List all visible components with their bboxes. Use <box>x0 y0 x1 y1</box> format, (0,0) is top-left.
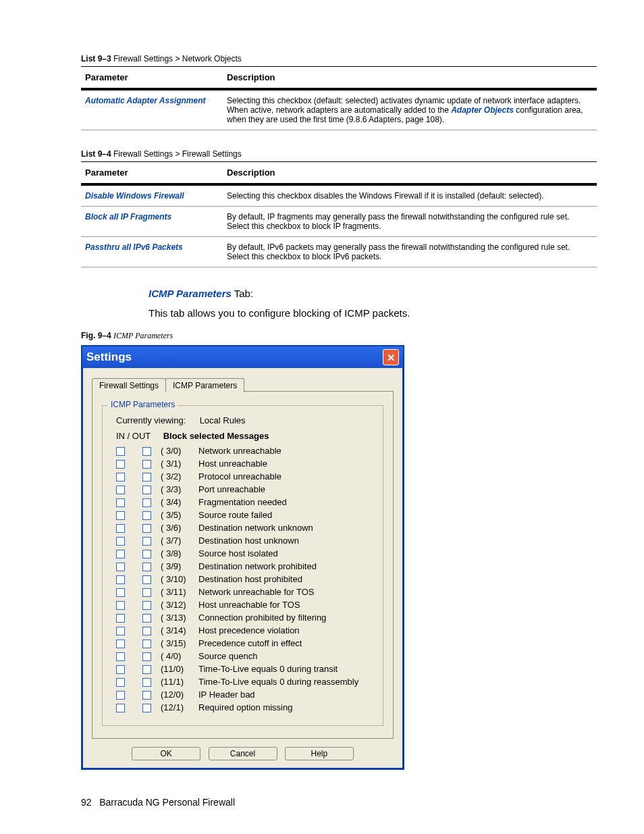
checkbox-out[interactable] <box>142 524 151 533</box>
icmp-group: ICMP Parameters Currently viewing: Local… <box>102 405 383 726</box>
fig-label: Fig. 9–4 <box>81 331 111 340</box>
msg-code: ( 3/14) <box>161 625 198 637</box>
checkbox-out[interactable] <box>142 640 151 648</box>
msg-label: Connection prohibited by filtering <box>198 612 326 624</box>
checkbox-out[interactable] <box>142 652 151 661</box>
msg-code: (12/1) <box>161 702 198 714</box>
msg-label: Source route failed <box>198 509 272 521</box>
checkbox-out[interactable] <box>142 575 151 584</box>
param-table-9-4: Parameter Description Disable Windows Fi… <box>81 161 597 267</box>
msg-label: Destination network unknown <box>198 522 313 534</box>
param-desc: By default, IPv6 packets may generally p… <box>223 237 597 267</box>
footer-title: Barracuda NG Personal Firewall <box>99 797 235 808</box>
group-title: ICMP Parameters <box>108 400 178 409</box>
icmp-message-row: ( 3/6)Destination network unknown <box>116 522 375 534</box>
msg-code: ( 3/3) <box>161 484 198 496</box>
fig-caption: Fig. 9–4 ICMP Parameters <box>81 331 597 341</box>
param-desc: Selecting this checkbox (default: select… <box>223 89 597 130</box>
checkbox-in[interactable] <box>116 652 125 661</box>
msg-label: Precedence cutoff in effect <box>198 637 302 650</box>
checkbox-out[interactable] <box>142 691 151 700</box>
checkbox-in[interactable] <box>116 704 125 712</box>
checkbox-in[interactable] <box>116 537 125 546</box>
cv-label: Currently viewing: <box>116 415 197 425</box>
adapter-objects-link[interactable]: Adapter Objects <box>451 105 514 115</box>
page-footer: 92 Barracuda NG Personal Firewall <box>81 797 597 808</box>
checkbox-out[interactable] <box>142 550 151 558</box>
checkbox-out[interactable] <box>142 601 151 610</box>
icmp-message-row: (11/1)Time-To-Live equals 0 during reass… <box>116 676 375 688</box>
table-row: Passthru all IPv6 PacketsBy default, IPv… <box>81 237 597 267</box>
checkbox-out[interactable] <box>142 614 151 623</box>
checkbox-in[interactable] <box>116 588 125 597</box>
msg-label: IP Header bad <box>198 689 255 701</box>
icmp-message-row: (12/1)Required option missing <box>116 702 375 714</box>
msg-label: Host unreachable for TOS <box>198 599 300 611</box>
list-caption-rest: Firewall Settings > Network Objects <box>111 54 242 63</box>
checkbox-in[interactable] <box>116 614 125 623</box>
cancel-button[interactable]: Cancel <box>209 747 277 760</box>
dialog-titlebar[interactable]: Settings ✕ <box>82 346 403 368</box>
list-caption: List 9–4 Firewall Settings > Firewall Se… <box>81 149 597 159</box>
param-name: Disable Windows Firewall <box>85 191 184 201</box>
msg-code: (12/0) <box>161 689 198 701</box>
checkbox-in[interactable] <box>116 665 125 674</box>
checkbox-in[interactable] <box>116 486 125 494</box>
msg-code: ( 3/4) <box>161 496 198 509</box>
checkbox-in[interactable] <box>116 550 125 558</box>
msg-code: ( 3/0) <box>161 445 198 457</box>
checkbox-out[interactable] <box>142 563 151 571</box>
checkbox-out[interactable] <box>142 460 151 469</box>
msg-code: ( 3/5) <box>161 509 198 521</box>
section-body: This tab allows you to configure blockin… <box>149 307 597 319</box>
checkbox-in[interactable] <box>116 447 125 456</box>
param-table-9-3: Parameter Description Automatic Adapter … <box>81 66 597 130</box>
msg-code: ( 3/11) <box>161 586 198 598</box>
msg-code: ( 3/8) <box>161 548 198 560</box>
tab-panel: ICMP Parameters Currently viewing: Local… <box>92 391 394 739</box>
checkbox-in[interactable] <box>116 678 125 687</box>
checkbox-in[interactable] <box>116 511 125 520</box>
msg-label: Destination network prohibited <box>198 561 317 573</box>
list-caption-rest: Firewall Settings > Firewall Settings <box>111 149 242 159</box>
tab-icmp-parameters[interactable]: ICMP Parameters <box>165 378 244 392</box>
msg-code: (11/0) <box>161 663 198 675</box>
checkbox-in[interactable] <box>116 498 125 507</box>
checkbox-out[interactable] <box>142 486 151 494</box>
checkbox-out[interactable] <box>142 704 151 712</box>
icmp-message-row: ( 3/5)Source route failed <box>116 509 375 521</box>
msg-code: ( 3/7) <box>161 535 198 547</box>
msg-label: Protocol unreachable <box>198 471 281 483</box>
col-parameter: Parameter <box>81 67 223 90</box>
dialog-title: Settings <box>86 350 132 364</box>
section-heading: ICMP Parameters Tab: <box>149 288 597 299</box>
checkbox-out[interactable] <box>142 588 151 597</box>
checkbox-out[interactable] <box>142 537 151 546</box>
checkbox-in[interactable] <box>116 563 125 571</box>
checkbox-in[interactable] <box>116 601 125 610</box>
checkbox-out[interactable] <box>142 678 151 687</box>
msg-label: Time-To-Live equals 0 during reassembly <box>198 676 358 688</box>
checkbox-in[interactable] <box>116 524 125 533</box>
checkbox-in[interactable] <box>116 473 125 481</box>
checkbox-in[interactable] <box>116 640 125 648</box>
page-number: 92 <box>81 797 92 808</box>
fig-title: ICMP Parameters <box>113 331 173 340</box>
msg-code: ( 3/13) <box>161 612 198 624</box>
tab-firewall-settings[interactable]: Firewall Settings <box>92 378 166 392</box>
list-caption-bold: List 9–4 <box>81 149 111 159</box>
checkbox-in[interactable] <box>116 627 125 635</box>
checkbox-in[interactable] <box>116 575 125 584</box>
checkbox-out[interactable] <box>142 511 151 520</box>
checkbox-out[interactable] <box>142 473 151 481</box>
param-name: Passthru all IPv6 Packets <box>85 242 183 252</box>
checkbox-out[interactable] <box>142 447 151 456</box>
help-button[interactable]: Help <box>285 747 354 760</box>
checkbox-in[interactable] <box>116 691 125 700</box>
close-icon[interactable]: ✕ <box>383 349 399 365</box>
checkbox-in[interactable] <box>116 460 125 469</box>
checkbox-out[interactable] <box>142 498 151 507</box>
checkbox-out[interactable] <box>142 627 151 635</box>
ok-button[interactable]: OK <box>132 747 200 760</box>
checkbox-out[interactable] <box>142 665 151 674</box>
